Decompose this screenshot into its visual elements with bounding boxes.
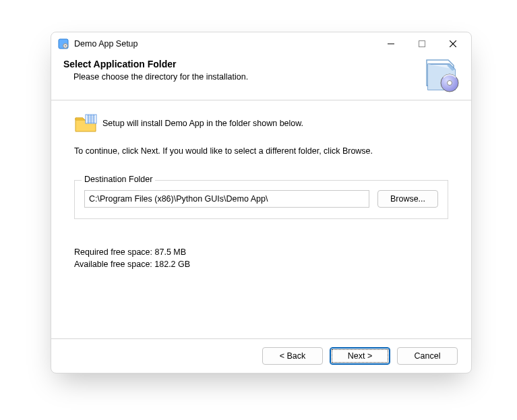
destination-folder-group: Destination Folder Browse... xyxy=(74,180,448,219)
required-space-text: Required free space: 87.5 MB xyxy=(74,247,448,257)
back-button[interactable]: < Back xyxy=(262,347,323,365)
wizard-footer: < Back Next > Cancel xyxy=(51,338,471,373)
svg-point-2 xyxy=(65,45,66,47)
wizard-header: Select Application Folder Please choose … xyxy=(51,55,471,100)
available-space-text: Available free space: 182.2 GB xyxy=(74,260,448,269)
installer-window: Demo App Setup Select Application Folder… xyxy=(51,32,472,373)
page-subtitle: Please choose the directory for the inst… xyxy=(73,72,459,82)
next-button[interactable]: Next > xyxy=(330,347,390,365)
intro-row: Setup will install Demo App in the folde… xyxy=(74,113,448,134)
window-controls xyxy=(375,32,468,55)
browse-button[interactable]: Browse... xyxy=(377,190,438,208)
folder-icon xyxy=(74,113,98,134)
titlebar: Demo App Setup xyxy=(51,32,471,55)
intro-text: Setup will install Demo App in the folde… xyxy=(102,119,303,128)
cancel-button[interactable]: Cancel xyxy=(397,347,458,365)
continue-text: To continue, click Next. If you would li… xyxy=(74,146,448,156)
installer-box-icon xyxy=(423,56,460,94)
minimize-button[interactable] xyxy=(375,32,406,55)
page-title: Select Application Folder xyxy=(63,59,459,69)
window-title: Demo App Setup xyxy=(74,39,138,49)
destination-folder-label: Destination Folder xyxy=(82,175,155,184)
wizard-body: Setup will install Demo App in the folde… xyxy=(51,100,471,338)
app-icon xyxy=(58,38,69,49)
maximize-button[interactable] xyxy=(406,32,437,55)
disk-space-info: Required free space: 87.5 MB Available f… xyxy=(74,247,448,269)
destination-path-input[interactable] xyxy=(84,190,369,208)
svg-point-9 xyxy=(448,81,452,86)
svg-rect-4 xyxy=(419,40,425,47)
close-button[interactable] xyxy=(437,32,468,55)
